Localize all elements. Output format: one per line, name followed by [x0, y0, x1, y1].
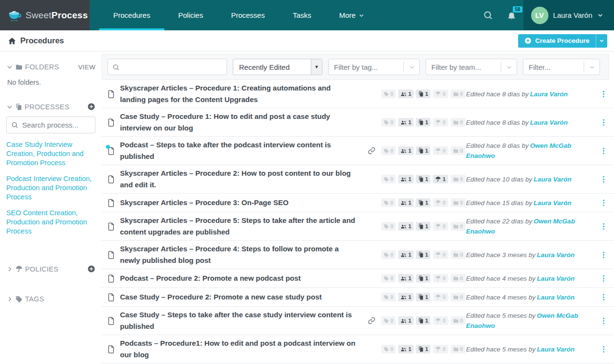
tag-count-badge: 0 — [381, 316, 396, 325]
procedure-row[interactable]: Case Study – Procedure 1: How to edit an… — [102, 108, 614, 137]
procedure-row[interactable]: Skyscraper Articles – Procedure 2: How t… — [102, 165, 614, 194]
filter-by-tag-select[interactable]: Filter by tag... — [328, 59, 420, 75]
procedure-title[interactable]: Skyscraper Articles – Procedure 1: Creat… — [120, 82, 362, 105]
notifications-bell-icon[interactable]: 58 — [500, 0, 523, 30]
row-menu-dots-icon[interactable] — [593, 147, 614, 155]
create-procedure-dropdown-caret[interactable] — [596, 34, 607, 48]
editor-link[interactable]: Laura Varón — [530, 119, 568, 126]
procedure-title[interactable]: Skyscraper Articles – Procedure 2: How t… — [120, 168, 362, 191]
process-search-input[interactable] — [22, 121, 85, 129]
editor-link[interactable]: Laura Varón — [537, 294, 574, 301]
editor-link[interactable]: Laura Varón — [530, 91, 568, 98]
teams-count-badge: 1 — [398, 175, 414, 183]
procedure-row[interactable]: Skyscraper Articles – Procedure 1: Creat… — [102, 80, 614, 108]
row-menu-dots-icon[interactable] — [593, 90, 614, 98]
link-icon[interactable] — [362, 274, 381, 282]
add-process-button[interactable] — [87, 103, 95, 111]
nav-item-tasks[interactable]: Tasks — [279, 0, 325, 30]
editor-link[interactable]: Laura Varón — [537, 275, 574, 282]
nav-item-procedures[interactable]: Procedures — [99, 0, 164, 30]
tag-count-badge: 0 — [381, 146, 396, 155]
procedure-row[interactable]: Podcasts – Procedure1: How to edit and p… — [102, 335, 614, 364]
home-icon[interactable] — [8, 37, 16, 45]
link-icon[interactable] — [362, 90, 381, 98]
procedure-title[interactable]: Skyscraper Articles – Procedure 3: On-Pa… — [120, 197, 362, 208]
row-menu-dots-icon[interactable] — [593, 251, 614, 259]
process-link[interactable]: SEO Content Creation, Production and Pro… — [6, 208, 95, 236]
row-menu-dots-icon[interactable] — [593, 175, 614, 183]
procedure-title[interactable]: Skyscraper Articles – Procedure 4: Steps… — [120, 243, 362, 266]
procedure-row[interactable]: Skyscraper Articles – Procedure 3: On-Pa… — [102, 194, 614, 212]
document-icon — [102, 222, 120, 231]
edited-info: Edited hace 15 días byLaura Varón — [462, 198, 593, 208]
link-icon[interactable] — [362, 222, 381, 230]
policies-count-badge: 0 — [433, 293, 448, 301]
policies-count-badge: 0 — [433, 146, 448, 155]
procedure-title[interactable]: Podcast – Procedure 2: Promote a new pod… — [120, 273, 362, 284]
filter-select[interactable]: Filter... — [523, 59, 600, 75]
policies-count-badge: 0 — [433, 250, 448, 259]
procedure-title[interactable]: Podcast – Steps to take after the podcas… — [120, 139, 362, 162]
link-icon[interactable] — [362, 293, 381, 301]
row-menu-dots-icon[interactable] — [593, 222, 614, 231]
link-icon[interactable] — [362, 147, 381, 155]
nav-item-processes[interactable]: Processes — [217, 0, 279, 30]
notification-count-badge: 58 — [513, 6, 522, 13]
processes-label: PROCESSES — [25, 103, 69, 111]
row-menu-dots-icon[interactable] — [593, 293, 614, 301]
editor-link[interactable]: Laura Varón — [537, 251, 574, 259]
link-icon[interactable] — [362, 345, 381, 353]
link-icon[interactable] — [362, 175, 381, 183]
process-link[interactable]: Case Study Interview Creation, Productio… — [6, 140, 95, 168]
sidebar-section-folders[interactable]: FOLDERS VIEW — [6, 63, 95, 71]
row-menu-dots-icon[interactable] — [593, 274, 614, 283]
link-icon[interactable] — [362, 118, 381, 126]
create-procedure-button[interactable]: Create Procedure — [518, 34, 596, 48]
sidebar-section-policies[interactable]: POLICIES — [6, 265, 95, 273]
procedure-row[interactable]: Podcast – Procedure 2: Promote a new pod… — [102, 269, 614, 288]
user-menu[interactable]: LV Laura Varón — [523, 0, 614, 30]
user-name: Laura Varón — [553, 11, 592, 19]
nav-item-more[interactable]: More — [325, 0, 378, 30]
search-icon[interactable] — [476, 0, 500, 30]
add-policy-button[interactable] — [87, 265, 95, 273]
procedure-title[interactable]: Case Study – Procedure 1: How to edit an… — [120, 111, 362, 134]
row-menu-dots-icon[interactable] — [593, 118, 614, 127]
edited-info: Edited hace 5 meses byOwen McGab Enaohwo — [462, 311, 593, 331]
process-link[interactable]: Podcast Interview Creation, Production a… — [6, 174, 95, 202]
row-menu-dots-icon[interactable] — [593, 345, 614, 353]
edited-info: Edited hace 8 días byLaura Varón — [462, 89, 593, 99]
editor-link[interactable]: Laura Varón — [534, 199, 571, 207]
document-icon — [102, 316, 120, 325]
procedure-title[interactable]: Case Study – Steps to take after the cas… — [120, 309, 362, 332]
procedure-title[interactable]: Case Study – Procedure 2: Promote a new … — [120, 291, 362, 303]
list-search-input[interactable] — [123, 63, 222, 71]
document-icon — [102, 198, 120, 208]
tag-count-badge: 0 — [381, 118, 396, 127]
row-menu-dots-icon[interactable] — [593, 317, 614, 325]
procedure-row[interactable]: Skyscraper Articles – Procedure 5: Steps… — [102, 212, 614, 241]
procedure-row[interactable]: Skyscraper Articles – Procedure 4: Steps… — [102, 241, 614, 269]
link-icon[interactable] — [362, 317, 381, 325]
sort-select[interactable]: Recently Edited ▼ — [233, 59, 322, 75]
procedure-row[interactable]: Case Study – Steps to take after the cas… — [102, 307, 614, 335]
nav-item-policies[interactable]: Policies — [164, 0, 217, 30]
copies-count-badge: 1 — [416, 198, 430, 207]
app-logo[interactable]: SweetProcess — [0, 0, 90, 30]
link-icon[interactable] — [362, 199, 381, 207]
sidebar-section-processes[interactable]: PROCESSES — [6, 103, 95, 111]
plus-circle-icon — [524, 37, 532, 44]
procedure-row[interactable]: Case Study – Procedure 2: Promote a new … — [102, 288, 614, 307]
view-button[interactable]: VIEW — [78, 64, 95, 71]
editor-link[interactable]: Laura Varón — [534, 176, 571, 183]
procedure-title[interactable]: Podcasts – Procedure1: How to edit and p… — [120, 338, 362, 361]
filter-by-team-select[interactable]: Filter by team... — [426, 59, 517, 75]
sidebar-section-tags[interactable]: TAGS — [6, 295, 95, 303]
row-badges: 0 1 1 0 0 — [381, 250, 462, 259]
procedure-title[interactable]: Skyscraper Articles – Procedure 5: Steps… — [120, 215, 362, 238]
procedure-row[interactable]: Podcast – Steps to take after the podcas… — [102, 137, 614, 165]
link-icon[interactable] — [362, 251, 381, 259]
row-badges: 0 1 1 1 0 — [381, 175, 462, 183]
row-menu-dots-icon[interactable] — [593, 199, 614, 207]
editor-link[interactable]: Laura Varón — [537, 346, 574, 353]
